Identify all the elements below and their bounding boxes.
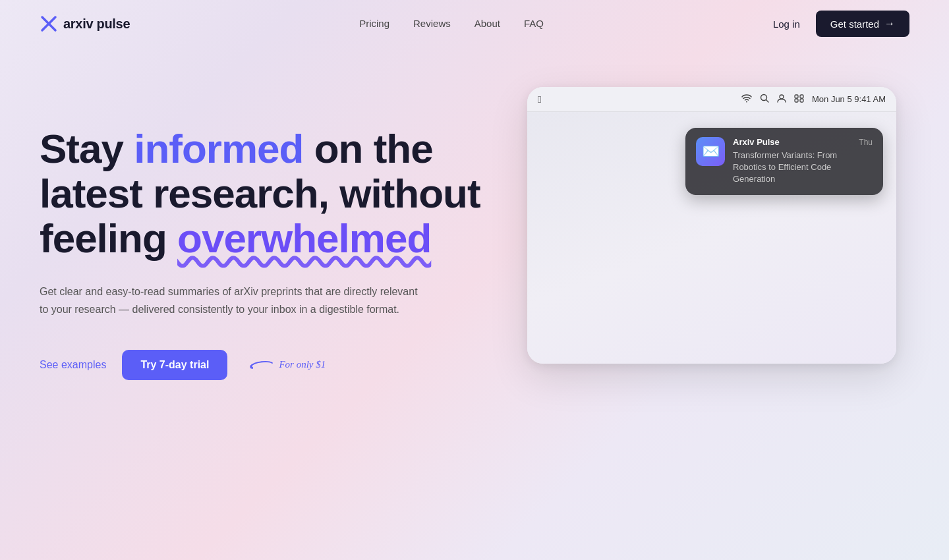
svg-rect-7 [800, 95, 803, 98]
mac-menubar-right: Mon Jun 5 9:41 AM [741, 94, 886, 105]
nav-pricing[interactable]: Pricing [359, 18, 389, 29]
mac-time: Mon Jun 5 9:41 AM [812, 94, 886, 104]
trial-button[interactable]: Try 7-day trial [122, 350, 227, 380]
see-examples-button[interactable]: See examples [40, 359, 106, 371]
notification-header: Arxiv Pulse Thu [733, 137, 873, 147]
nav-actions: Log in Get started → [773, 11, 909, 37]
arrow-icon: → [884, 18, 895, 30]
mac-menubar-left:  [538, 94, 541, 105]
logo-icon [40, 14, 58, 33]
search-status-icon [760, 94, 769, 105]
nav-reviews[interactable]: Reviews [413, 18, 451, 29]
cta-row: See examples Try 7-day trial For only $1 [40, 350, 488, 380]
notification-message: Transformer Variants: From Robotics to E… [733, 150, 873, 186]
notification-content: Arxiv Pulse Thu Transformer Variants: Fr… [733, 137, 873, 186]
logo-text: arxiv pulse [63, 16, 130, 32]
hero-title-part1: Stay [40, 126, 134, 171]
main-content: Stay informed on thelatest research, wit… [0, 47, 949, 380]
hero-highlight-informed: informed [134, 126, 303, 171]
hero-right:  [514, 87, 909, 364]
device-mockup:  [527, 87, 896, 364]
svg-point-2 [746, 101, 747, 103]
hero-highlight-overwhelmed: overwhelmed [177, 215, 431, 261]
notification-card: ✉️ Arxiv Pulse Thu Transformer Variants:… [685, 128, 883, 195]
wifi-icon [741, 94, 752, 105]
nav-about[interactable]: About [474, 18, 500, 29]
hero-left: Stay informed on thelatest research, wit… [40, 87, 488, 380]
mac-menubar:  [527, 87, 896, 112]
apple-logo-icon:  [538, 94, 541, 105]
notification-time: Thu [859, 138, 873, 147]
nav-links: Pricing Reviews About FAQ [359, 18, 544, 30]
hero-subtitle: Get clear and easy-to-read summaries of … [40, 283, 422, 318]
handwritten-arrow-icon [248, 358, 275, 372]
user-status-icon [777, 94, 786, 105]
svg-rect-9 [800, 99, 803, 102]
hero-title: Stay informed on thelatest research, wit… [40, 126, 488, 262]
svg-point-5 [780, 95, 784, 99]
notification-app-name: Arxiv Pulse [733, 137, 780, 147]
for-only-label-group: For only $1 [248, 358, 326, 372]
navbar: arxiv pulse Pricing Reviews About FAQ Lo… [0, 0, 949, 47]
get-started-button[interactable]: Get started → [816, 11, 909, 37]
desktop-area: ✉️ Arxiv Pulse Thu Transformer Variants:… [527, 112, 896, 364]
login-button[interactable]: Log in [773, 18, 800, 30]
svg-line-4 [766, 100, 768, 103]
nav-faq[interactable]: FAQ [524, 18, 544, 29]
for-only-text: For only $1 [279, 359, 326, 370]
control-center-icon [794, 94, 804, 105]
logo-link[interactable]: arxiv pulse [40, 14, 130, 33]
envelope-icon: ✉️ [702, 143, 720, 160]
svg-rect-8 [795, 99, 798, 102]
notification-app-icon: ✉️ [696, 137, 725, 166]
svg-rect-6 [795, 95, 798, 98]
